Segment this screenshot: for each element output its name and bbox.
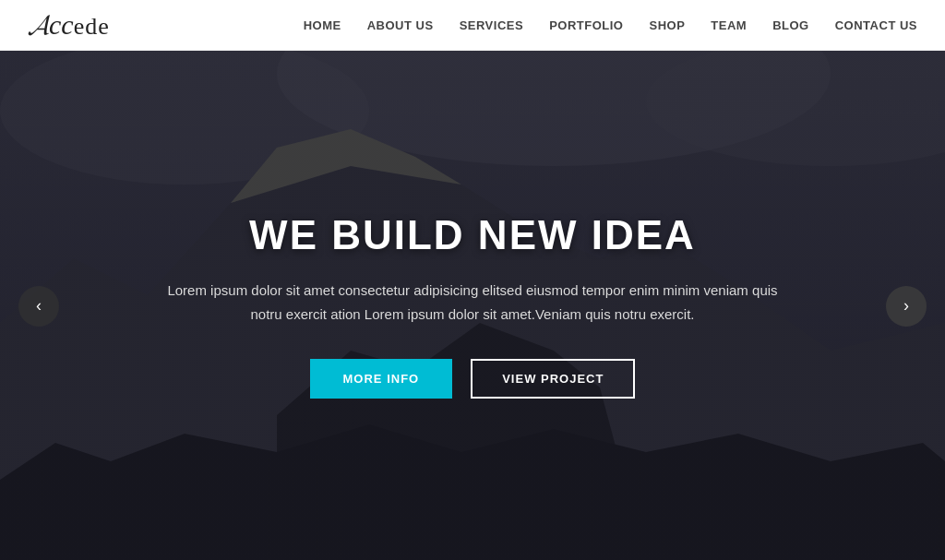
hero-title: WE BUILD NEW IDEA [249, 212, 696, 258]
nav-blog[interactable]: BLOG [772, 18, 809, 32]
nav-home[interactable]: HOME [304, 18, 341, 32]
nav-about[interactable]: ABOUT US [367, 18, 434, 32]
right-chevron-icon: › [903, 296, 909, 316]
left-chevron-icon: ‹ [36, 296, 42, 316]
nav-shop[interactable]: SHOP [649, 18, 685, 32]
logo-text-ede: ede [74, 13, 110, 40]
view-project-button[interactable]: VIEW PROJECT [471, 359, 635, 399]
hero-content: WE BUILD NEW IDEA Lorem ipsum dolor sit … [0, 51, 945, 560]
next-arrow[interactable]: › [886, 286, 927, 327]
hero-buttons: MORE INFO VIEW PROJECT [310, 359, 636, 399]
nav-contact[interactable]: CONTACT US [835, 18, 917, 32]
prev-arrow[interactable]: ‹ [18, 286, 59, 327]
header: 𝓐ccede HOME ABOUT US SERVICES PORTFOLIO … [0, 0, 945, 51]
nav-services[interactable]: SERVICES [460, 18, 524, 32]
logo[interactable]: 𝓐ccede [28, 9, 110, 42]
more-info-button[interactable]: MORE INFO [310, 359, 453, 399]
nav-portfolio[interactable]: PORTFOLIO [549, 18, 623, 32]
hero-description: Lorem ipsum dolor sit amet consectetur a… [159, 279, 786, 326]
main-nav: HOME ABOUT US SERVICES PORTFOLIO SHOP TE… [304, 18, 917, 32]
logo-text-acc: 𝓐cc [28, 9, 74, 40]
nav-team[interactable]: TEAM [711, 18, 747, 32]
